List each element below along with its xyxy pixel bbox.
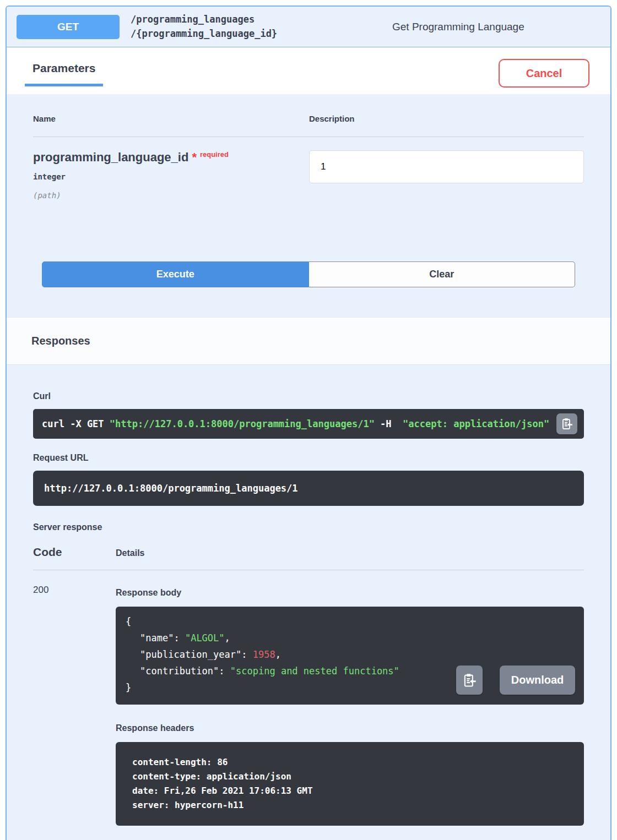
copy-response-button[interactable] (456, 666, 483, 695)
curl-command-text: curl -X GET (42, 418, 110, 429)
json-line-publication-year: "publication_year": 1958, (126, 646, 574, 663)
cancel-button[interactable]: Cancel (499, 59, 589, 88)
curl-label: Curl (33, 391, 584, 401)
curl-command-block: curl -X GET "http://127.0.0.1:8000/progr… (33, 409, 584, 439)
parameter-location: (path) (33, 191, 309, 200)
clipboard-copy-icon (462, 673, 477, 688)
parameters-table-header: Name Description (33, 114, 584, 137)
json-key: "contribution" (140, 666, 219, 677)
endpoint-header[interactable]: GET /programming_languages /{programming… (7, 7, 610, 47)
response-table-header: Code Details (33, 546, 584, 570)
tab-parameters[interactable]: Parameters (25, 62, 103, 86)
response-header-line: content-type: application/json (132, 770, 567, 784)
execute-button-group: Execute Clear (42, 261, 575, 287)
execute-button[interactable]: Execute (42, 261, 309, 287)
operation-block-get: GET /programming_languages /{programming… (6, 6, 611, 840)
response-header-line: date: Fri,26 Feb 2021 17:06:13 GMT (132, 784, 567, 798)
response-header-line: server: hypercorn-h11 (132, 798, 567, 812)
json-key: "name" (140, 632, 174, 643)
responses-title: Responses (31, 335, 586, 347)
json-key: "publication_year" (140, 649, 241, 660)
response-header-line: content-length: 86 (132, 755, 567, 770)
request-url-block: http://127.0.0.1:8000/programming_langua… (33, 471, 584, 506)
response-body-block: { "name": "ALGOL", "publication_year": 1… (116, 607, 584, 705)
parameter-row: programming_language_id*required integer… (33, 137, 584, 200)
responses-content: Curl curl -X GET "http://127.0.0.1:8000/… (7, 365, 610, 840)
parameter-name: programming_language_id (33, 150, 188, 164)
method-badge: GET (17, 15, 120, 39)
server-response-label: Server response (33, 522, 584, 532)
json-open-brace: { (126, 613, 574, 630)
json-line-name: "name": "ALGOL", (126, 630, 574, 646)
clear-button[interactable]: Clear (309, 261, 576, 287)
json-string-value: "ALGOL" (185, 632, 225, 643)
copy-curl-button[interactable] (556, 413, 577, 434)
request-url-label: Request URL (33, 453, 584, 463)
details-column-header: Details (116, 548, 144, 558)
parameter-type: integer (33, 172, 309, 181)
parameter-name-line: programming_language_id*required (33, 150, 309, 165)
status-code: 200 (33, 585, 116, 826)
endpoint-path: /programming_languages /{programming_lan… (131, 13, 381, 41)
curl-flag-text: -H (375, 418, 403, 429)
response-details-column: Response body { "name": "ALGOL", "public… (116, 585, 584, 826)
name-column-header: Name (33, 114, 309, 123)
tab-bar: Parameters Cancel (7, 47, 610, 94)
parameter-meta: programming_language_id*required integer… (33, 150, 309, 200)
response-headers-block: content-length: 86 content-type: applica… (116, 742, 584, 826)
parameter-value-input[interactable] (309, 150, 584, 183)
parameters-section: Name Description programming_language_id… (7, 94, 610, 317)
responses-section-header: Responses (7, 317, 610, 365)
parameter-input-column (309, 150, 584, 200)
code-column-header: Code (33, 546, 116, 559)
response-row: 200 Response body { "name": "ALGOL", "pu… (33, 570, 584, 826)
json-number-value: 1958 (253, 649, 275, 660)
download-button[interactable]: Download (500, 666, 575, 695)
json-string-value: "scoping and nested functions" (230, 666, 399, 677)
response-headers-label: Response headers (116, 723, 584, 733)
curl-accept-header-text: "accept: application/json" (403, 418, 549, 429)
required-label: required (200, 150, 229, 159)
endpoint-summary: Get Programming Language (392, 21, 524, 33)
description-column-header: Description (309, 114, 355, 123)
curl-url-text: "http://127.0.0.1:8000/programming_langu… (110, 418, 375, 429)
required-asterisk: * (192, 150, 197, 164)
clipboard-copy-icon (560, 417, 573, 430)
response-body-label: Response body (116, 588, 584, 598)
